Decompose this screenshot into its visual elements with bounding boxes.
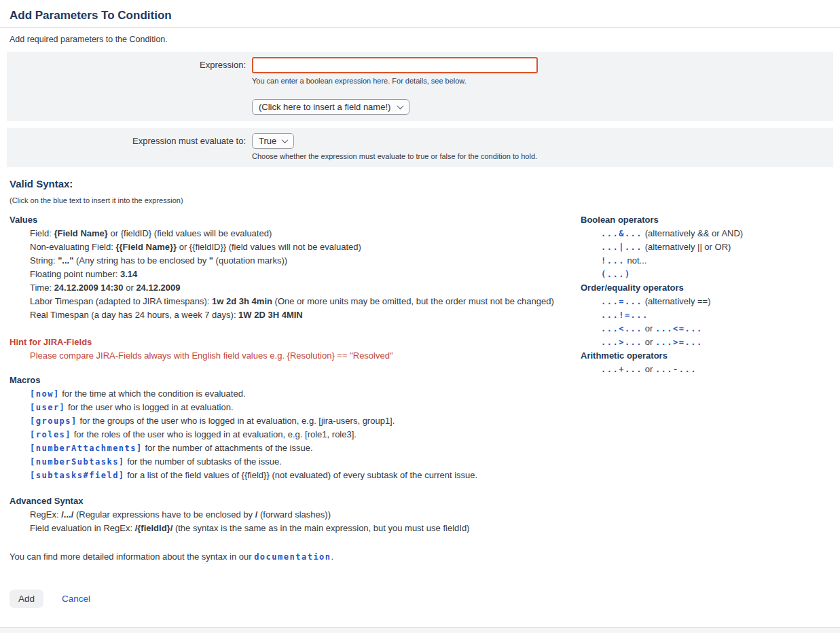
valid-syntax-heading: Valid Syntax:	[10, 178, 830, 189]
syntax-text: /{fieldId}/	[135, 523, 173, 533]
page-subtitle: Add required parameters to the Condition…	[0, 28, 840, 44]
arithmetic-operators-heading: Arithmetic operators	[581, 349, 830, 363]
op-minus[interactable]: ...-...	[655, 365, 697, 374]
macro-now[interactable]: [now]	[30, 389, 60, 399]
syntax-line: String: "..." (Any string has to be encl…	[30, 254, 581, 268]
chevron-down-icon	[397, 103, 404, 109]
evaluate-label: Expression must evaluate to:	[7, 133, 252, 146]
syntax-line: [numberSubtasks] for the number of subta…	[30, 455, 581, 469]
syntax-line: [numberAttachments] for the number of at…	[30, 441, 581, 455]
op-greater-equals[interactable]: ...>=...	[655, 338, 703, 347]
syntax-line: Floating point number: 3.14	[30, 268, 581, 281]
syntax-text: 1W 2D 3H 4MIN	[238, 310, 303, 320]
chevron-down-icon	[282, 137, 289, 143]
syntax-line: (...)	[601, 268, 830, 281]
syntax-text: You can find more detailed information a…	[10, 551, 254, 562]
expression-input[interactable]	[252, 57, 538, 73]
syntax-text: Real Timespan (a day has 24 hours, a wee…	[30, 310, 238, 320]
order-operators-heading: Order/equality operators	[581, 281, 830, 295]
syntax-text: Field evaluation in RegEx:	[30, 523, 135, 533]
add-button[interactable]: Add	[10, 590, 43, 608]
expression-row: Expression: You can enter a boolean expr…	[7, 57, 833, 115]
syntax-columns: Values Field: {Field Name} or {fieldID} …	[10, 213, 830, 564]
op-not[interactable]: !...	[601, 256, 625, 266]
page-header: Add Parameters To Condition	[0, 0, 840, 28]
form-actions: Add Cancel	[0, 590, 840, 608]
syntax-text: Non-evaluating Field:	[30, 242, 115, 252]
syntax-text: {Field Name}	[54, 228, 107, 238]
cancel-link[interactable]: Cancel	[62, 594, 90, 604]
syntax-text: (Any string has to be enclosed by	[73, 255, 208, 266]
op-less-equals[interactable]: ...<=...	[655, 324, 703, 333]
expression-hint: You can enter a boolean expression here.…	[252, 77, 833, 86]
syntax-note: (Click on the blue text to insert it int…	[10, 196, 830, 204]
syntax-text: 3.14	[120, 269, 137, 279]
syntax-line: [user] for the user who is logged in at …	[30, 401, 581, 414]
footer-bar	[0, 627, 840, 633]
syntax-text: (alternatively && or AND)	[642, 228, 743, 238]
evaluate-panel: Expression must evaluate to: True Choose…	[7, 128, 833, 167]
op-not-equals[interactable]: ...!=...	[601, 310, 649, 320]
syntax-text: or	[124, 283, 136, 293]
macro-groups[interactable]: [groups]	[30, 416, 77, 426]
syntax-line: Field: {Field Name} or {fieldID} (field …	[30, 227, 581, 240]
syntax-line: ...+... or ...-...	[601, 363, 830, 376]
syntax-line: ...<... or ...<=...	[601, 322, 830, 336]
values-list: Field: {Field Name} or {fieldID} (field …	[10, 227, 581, 322]
macro-subtasks-field[interactable]: [subtasks#field]	[30, 471, 125, 480]
macro-number-subtasks[interactable]: [numberSubtasks]	[30, 457, 125, 467]
syntax-line: [groups] for the groups of the user who …	[30, 414, 581, 428]
syntax-line: Labor Timespan (adapted to JIRA timespan…	[30, 295, 581, 308]
op-greater[interactable]: ...>...	[601, 338, 642, 347]
op-or[interactable]: ...|...	[601, 242, 642, 252]
syntax-line: ...&... (alternatively && or AND)	[601, 227, 830, 240]
expression-panel: Expression: You can enter a boolean expr…	[7, 52, 833, 121]
syntax-text: not...	[625, 255, 647, 266]
macro-number-attachments[interactable]: [numberAttachments]	[30, 444, 143, 453]
syntax-line: [now] for the time at which the conditio…	[30, 387, 581, 401]
syntax-text: for the roles of the user who is logged …	[71, 429, 357, 439]
syntax-text: 1w 2d 3h 4min	[212, 296, 272, 306]
syntax-line: Field evaluation in RegEx: /{fieldId}/ (…	[30, 522, 581, 535]
syntax-text: Field:	[30, 228, 54, 238]
op-plus[interactable]: ...+...	[601, 365, 642, 374]
syntax-line: Non-evaluating Field: {{Field Name}} or …	[30, 240, 581, 254]
evaluate-select[interactable]: True	[252, 133, 294, 149]
syntax-text: Floating point number:	[30, 269, 120, 279]
field-name-select[interactable]: (Click here to insert a field name!)	[252, 99, 409, 115]
evaluate-hint: Choose whether the expression must evalu…	[252, 152, 833, 161]
macro-roles[interactable]: [roles]	[30, 430, 71, 439]
syntax-text: 24.12.2009 14:30	[54, 283, 124, 293]
syntax-text: RegEx:	[30, 509, 61, 520]
macros-heading: Macros	[10, 374, 581, 387]
syntax-line: ...>... or ...>=...	[601, 336, 830, 349]
syntax-text: (Regular expressions have to be enclosed…	[73, 509, 255, 520]
syntax-line: !... not...	[601, 254, 830, 268]
syntax-text: Time:	[30, 283, 54, 293]
boolean-operators-list: ...&... (alternatively && or AND)...|...…	[581, 227, 830, 281]
syntax-text: (alternatively ==)	[642, 296, 710, 306]
syntax-line: ...=... (alternatively ==)	[601, 295, 830, 308]
macro-user[interactable]: [user]	[30, 403, 65, 412]
op-equals[interactable]: ...=...	[601, 297, 642, 306]
syntax-text: (the syntax is the same as in the main e…	[172, 523, 469, 533]
syntax-line: RegEx: /.../ (Regular expressions have t…	[30, 508, 581, 522]
values-heading: Values	[10, 213, 581, 227]
syntax-left-column: Values Field: {Field Name} or {fieldID} …	[10, 213, 581, 564]
op-less[interactable]: ...<...	[601, 324, 642, 333]
arithmetic-operators-list: ...+... or ...-...	[581, 363, 830, 376]
advanced-syntax-list: RegEx: /.../ (Regular expressions have t…	[10, 508, 581, 535]
syntax-line: ...!=...	[601, 308, 830, 322]
evaluate-select-value: True	[259, 136, 276, 146]
syntax-text: (forward slashes))	[257, 509, 331, 520]
op-and[interactable]: ...&...	[601, 229, 642, 238]
syntax-text: or	[642, 323, 655, 333]
op-parens[interactable]: (...)	[601, 270, 631, 279]
syntax-text: for the time at which the condition is e…	[60, 388, 246, 399]
syntax-text: or	[642, 337, 655, 347]
syntax-text: .	[331, 551, 334, 562]
syntax-text: (One or more units may be omitted, but t…	[272, 296, 554, 306]
syntax-text: for a list of the field values of {{fiel…	[125, 470, 478, 480]
syntax-text: for the number of subtasks of the issue.	[125, 456, 282, 467]
documentation-link[interactable]: documentation	[254, 552, 331, 562]
